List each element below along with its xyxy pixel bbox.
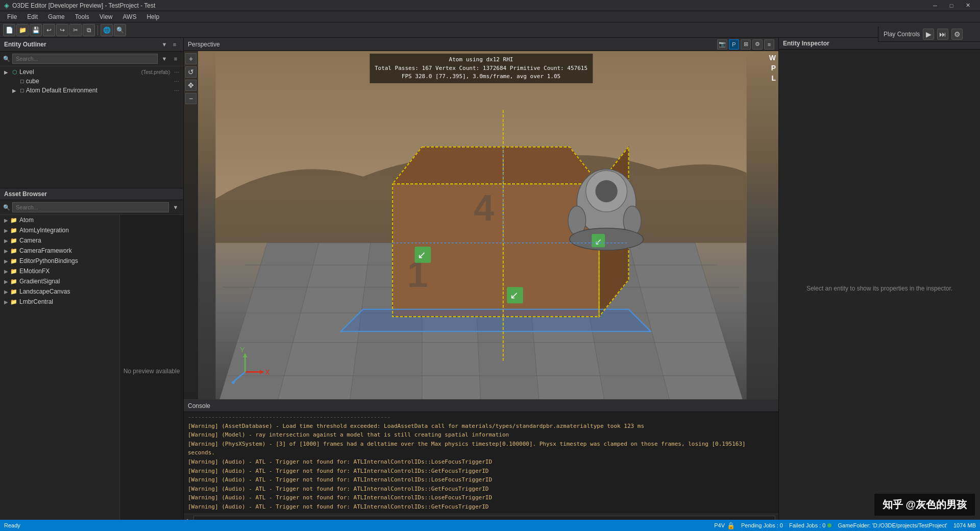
vp-settings-btn[interactable]: ⚙ bbox=[752, 39, 763, 50]
entity-outliner-header: Entity Outliner ▼ ≡ bbox=[0, 38, 183, 52]
vp-zoom-out-btn[interactable]: − bbox=[185, 93, 197, 104]
folder-icon-gradientsignal: 📁 bbox=[10, 278, 17, 285]
menu-aws[interactable]: AWS bbox=[118, 12, 142, 21]
asset-item-landscapecanvas[interactable]: ▶ 📁 LandscapeCanvas bbox=[0, 286, 119, 297]
entity-search-input[interactable] bbox=[12, 54, 158, 64]
vp-wireframe-btn[interactable]: ⊞ bbox=[741, 39, 751, 50]
asset-label-lmbrcentral: LmbrCentral bbox=[19, 298, 53, 305]
asset-filter-btn[interactable]: ▼ bbox=[171, 203, 180, 212]
outliner-menu-btn[interactable]: ≡ bbox=[170, 40, 179, 49]
console-output[interactable]: ---- End: Post Load (0 seconds)[LevelLoa… bbox=[184, 412, 778, 514]
asset-list: ▶ 📁 Atom ▶ 📁 AtomLyIntegration ▶ 📁 Camer… bbox=[0, 215, 183, 527]
asset-item-gradientsignal[interactable]: ▶ 📁 GradientSignal bbox=[0, 276, 119, 286]
app-icon: ◈ bbox=[4, 2, 9, 9]
asset-search-input[interactable] bbox=[12, 202, 169, 212]
asset-item-lmbrcentral[interactable]: ▶ 📁 LmbrCentral bbox=[0, 297, 119, 307]
vp-pan-btn[interactable]: ✥ bbox=[185, 80, 197, 91]
cube-icon: □ bbox=[20, 78, 24, 84]
maximize-button[interactable]: □ bbox=[943, 0, 960, 11]
outliner-filter-btn[interactable]: ▼ bbox=[160, 40, 169, 49]
pav-label: P4V bbox=[714, 522, 725, 528]
vp-camera-btn[interactable]: 📷 bbox=[717, 39, 727, 50]
folder-expand-camera: ▶ bbox=[4, 238, 8, 244]
entity-outliner-tools: ▼ ≡ bbox=[160, 40, 179, 49]
play-advance-button[interactable]: ⏭ bbox=[937, 29, 948, 40]
status-pav: P4V 🔒 bbox=[714, 522, 735, 529]
level-options[interactable]: ⋯ bbox=[174, 69, 179, 75]
menu-tools[interactable]: Tools bbox=[70, 12, 94, 21]
status-memory: 1074 MB bbox=[953, 522, 976, 528]
toolbar-redo[interactable]: ↪ bbox=[56, 24, 68, 36]
console-title: Console bbox=[188, 402, 210, 409]
vp-rotate-btn[interactable]: ↺ bbox=[185, 66, 197, 78]
console-header: Console bbox=[184, 400, 778, 412]
vp-more-btn[interactable]: ≡ bbox=[764, 39, 774, 50]
toolbar-open[interactable]: 📁 bbox=[16, 24, 29, 36]
asset-search-icon: 🔍 bbox=[3, 204, 10, 211]
toolbar-save[interactable]: 💾 bbox=[30, 24, 42, 36]
search-filter-btn[interactable]: ▼ bbox=[160, 54, 169, 63]
scene-canvas: 4 1 bbox=[184, 51, 778, 399]
asset-item-emotionfx[interactable]: ▶ 📁 EMotionFX bbox=[0, 266, 119, 276]
menu-bar: File Edit Game Tools View AWS Help bbox=[0, 11, 980, 22]
watermark-text: 知乎 @灰色的男孩 bbox=[883, 499, 967, 510]
toolbar-separator-1 bbox=[97, 25, 98, 35]
svg-text:4: 4 bbox=[474, 187, 494, 228]
tree-label-env: Atom Default Environment bbox=[26, 87, 97, 94]
tree-item-env[interactable]: ▶ □ Atom Default Environment ⋯ bbox=[0, 86, 183, 95]
cube-options[interactable]: ⋯ bbox=[174, 79, 179, 84]
play-settings-button[interactable]: ⚙ bbox=[951, 29, 963, 40]
entity-tree: ▶ ⬡ Level (Test.prefab) ⋯ □ cube ⋯ ▶ □ bbox=[0, 66, 183, 188]
toolbar: 📄 📁 💾 ↩ ↪ ✂ ⧉ 🌐 🔍 Play Controls ▶ ⏭ ⚙ bbox=[0, 22, 980, 38]
asset-item-camerafw[interactable]: ▶ 📁 CameraFramework bbox=[0, 246, 119, 256]
toolbar-cut[interactable]: ✂ bbox=[69, 24, 82, 36]
asset-item-atom[interactable]: ▶ 📁 Atom bbox=[0, 215, 119, 225]
stats-line1: Atom using dx12 RHI bbox=[375, 56, 587, 64]
vp-zoom-in-btn[interactable]: + bbox=[185, 53, 197, 64]
vp-perspective-btn[interactable]: P bbox=[729, 39, 739, 50]
main-layout: Entity Outliner ▼ ≡ 🔍 ▼ ≡ ▶ ⬡ Level (Tes… bbox=[0, 38, 980, 527]
asset-label-landscapecanvas: LandscapeCanvas bbox=[19, 288, 70, 295]
asset-item-camera[interactable]: ▶ 📁 Camera bbox=[0, 235, 119, 246]
toolbar-undo[interactable]: ↩ bbox=[43, 24, 55, 36]
minimize-button[interactable]: ─ bbox=[927, 0, 943, 11]
folder-expand-lmbrcentral: ▶ bbox=[4, 299, 8, 305]
menu-game[interactable]: Game bbox=[43, 12, 70, 21]
folder-expand-editorpy: ▶ bbox=[4, 258, 8, 264]
toolbar-copy[interactable]: ⧉ bbox=[83, 24, 95, 36]
console-panel: Console ---- End: Post Load (0 seconds)[… bbox=[184, 399, 778, 527]
close-button[interactable]: ✕ bbox=[960, 0, 976, 11]
vp-p-label: P bbox=[771, 64, 776, 72]
asset-label-emotionfx: EMotionFX bbox=[19, 268, 50, 275]
tree-label-cube: cube bbox=[26, 78, 39, 85]
asset-item-atomly[interactable]: ▶ 📁 AtomLyIntegration bbox=[0, 225, 119, 235]
svg-marker-24 bbox=[393, 147, 599, 184]
tree-badge-level: (Test.prefab) bbox=[141, 69, 170, 75]
search-options-btn[interactable]: ≡ bbox=[171, 54, 180, 63]
failed-jobs-text: Failed Jobs : 0 bbox=[789, 522, 826, 528]
asset-item-editorpy[interactable]: ▶ 📁 EditorPythonBindings bbox=[0, 256, 119, 266]
folder-icon-atomly: 📁 bbox=[10, 227, 17, 234]
play-button[interactable]: ▶ bbox=[923, 29, 934, 40]
menu-view[interactable]: View bbox=[94, 12, 118, 21]
menu-edit[interactable]: Edit bbox=[22, 12, 43, 21]
status-game-folder: GameFolder: 'D:/O3DE/projects/TestProjec… bbox=[838, 522, 947, 528]
game-folder-text: GameFolder: 'D:/O3DE/projects/TestProjec… bbox=[838, 522, 947, 528]
env-options[interactable]: ⋯ bbox=[174, 88, 179, 93]
menu-help[interactable]: Help bbox=[141, 12, 164, 21]
folder-icon-atom: 📁 bbox=[10, 217, 17, 224]
tree-item-cube[interactable]: □ cube ⋯ bbox=[0, 77, 183, 86]
console-line: [Warning] (Audio) - ATL - Trigger not fo… bbox=[188, 502, 774, 512]
tree-label-level: Level bbox=[19, 68, 34, 76]
viewport[interactable]: Perspective 📷 P ⊞ ⚙ ≡ bbox=[184, 38, 778, 399]
tree-item-level[interactable]: ▶ ⬡ Level (Test.prefab) ⋯ bbox=[0, 67, 183, 77]
title-bar: ◈ O3DE Editor [Developer Preview] - Test… bbox=[0, 0, 980, 11]
folder-icon-lmbrcentral: 📁 bbox=[10, 299, 17, 305]
toolbar-new[interactable]: 📄 bbox=[3, 24, 15, 36]
toolbar-globe[interactable]: 🌐 bbox=[101, 24, 113, 36]
play-controls: Play Controls ▶ ⏭ ⚙ bbox=[878, 27, 980, 42]
toolbar-search[interactable]: 🔍 bbox=[114, 24, 126, 36]
svg-text:↙: ↙ bbox=[418, 249, 426, 260]
folder-icon-emotionfx: 📁 bbox=[10, 268, 17, 275]
menu-file[interactable]: File bbox=[2, 12, 22, 21]
